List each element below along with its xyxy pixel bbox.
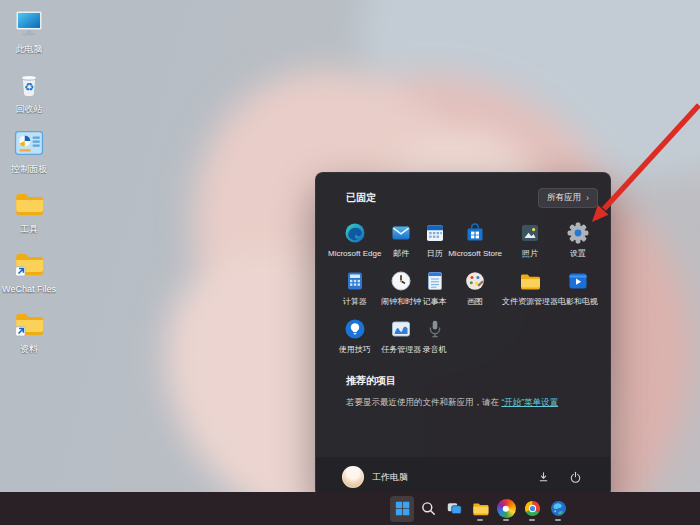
pinned-app-label: 电影和电视 [558, 297, 598, 306]
svg-text:♻: ♻ [24, 80, 34, 94]
recorder-icon [422, 316, 448, 342]
pinned-app-记事本[interactable]: 记事本 [421, 266, 448, 312]
start-menu-header: 已固定 所有应用 › [346, 188, 598, 208]
recycle-bin-icon: ♻ [12, 66, 46, 104]
desktop-icon-回收站[interactable]: ♻回收站 [2, 66, 56, 126]
running-indicator [503, 519, 509, 521]
user-avatar [342, 466, 364, 488]
taskbar-start-button[interactable] [390, 496, 414, 522]
recommended-text-body: 若要显示最近使用的文件和新应用，请在 [346, 397, 501, 407]
desktop: 此电脑♻回收站控制面板工具WeChat Files资料 已固定 所有应用 › M… [0, 0, 700, 525]
pinned-app-邮件[interactable]: 邮件 [381, 218, 421, 264]
taskmgr-icon [388, 316, 414, 342]
paint-icon [462, 268, 488, 294]
recommended-section: 推荐的项目 若要显示最近使用的文件和新应用，请在 “开始”菜单设置 [346, 374, 598, 409]
color-wheel-glyph [497, 499, 516, 518]
pinned-app-Microsoft Store[interactable]: Microsoft Store [448, 218, 502, 264]
update-download-button[interactable] [534, 468, 552, 486]
pinned-app-设置[interactable]: 设置 [558, 218, 598, 264]
pinned-app-label: 任务管理器 [381, 345, 421, 354]
running-indicator [477, 519, 483, 521]
pinned-app-使用技巧[interactable]: 使用技巧 [328, 314, 381, 360]
win-start-icon [393, 499, 412, 518]
mail-icon [388, 220, 414, 246]
pinned-app-label: 使用技巧 [339, 345, 371, 354]
desktop-icon-控制面板[interactable]: 控制面板 [2, 126, 56, 186]
taskbar-search-button[interactable] [416, 496, 440, 522]
pinned-app-label: 记事本 [423, 297, 447, 306]
pinned-app-照片[interactable]: 照片 [502, 218, 558, 264]
running-indicator [529, 519, 535, 521]
pinned-app-label: Microsoft Edge [328, 249, 381, 258]
movies-icon [565, 268, 591, 294]
pinned-app-Microsoft Edge[interactable]: Microsoft Edge [328, 218, 381, 264]
all-apps-label: 所有应用 [547, 192, 581, 204]
user-account-button[interactable]: 工作电脑 [342, 466, 408, 488]
pinned-apps-grid: Microsoft Edge邮件日历Microsoft Store照片设置计算器… [328, 218, 598, 360]
power-button[interactable] [566, 468, 584, 486]
start-menu: 已固定 所有应用 › Microsoft Edge邮件日历Microsoft S… [315, 172, 611, 498]
pinned-app-label: 录音机 [423, 345, 447, 354]
desktop-icon-label: 工具 [20, 224, 38, 234]
start-settings-link[interactable]: “开始”菜单设置 [501, 397, 558, 407]
explorer-icon [517, 268, 543, 294]
start-menu-user-bar: 工作电脑 [316, 457, 610, 497]
notepad-icon [422, 268, 448, 294]
desktop-icon-资料[interactable]: 资料 [2, 306, 56, 366]
pinned-app-画图[interactable]: 画图 [448, 266, 502, 312]
globe-icon [549, 499, 568, 518]
this-pc-icon [12, 6, 46, 44]
settings-icon [565, 220, 591, 246]
tips-icon [342, 316, 368, 342]
power-icon [568, 470, 583, 485]
pinned-app-label: 画图 [467, 297, 483, 306]
chrome-icon [523, 499, 542, 518]
pinned-app-日历[interactable]: 日历 [421, 218, 448, 264]
recommended-title: 推荐的项目 [346, 374, 598, 388]
desktop-icon-WeChat Files[interactable]: WeChat Files [2, 246, 56, 306]
pinned-app-录音机[interactable]: 录音机 [421, 314, 448, 360]
folder-icon [12, 246, 46, 284]
pinned-app-文件资源管理器[interactable]: 文件资源管理器 [502, 266, 558, 312]
desktop-icon-工具[interactable]: 工具 [2, 186, 56, 246]
desktop-icon-此电脑[interactable]: 此电脑 [2, 6, 56, 66]
search-icon [419, 499, 438, 518]
recommended-text: 若要显示最近使用的文件和新应用，请在 “开始”菜单设置 [346, 397, 598, 409]
folder-icon [471, 499, 490, 518]
folder-icon [12, 186, 46, 224]
photos-icon [517, 220, 543, 246]
desktop-icon-label: WeChat Files [2, 284, 56, 294]
taskbar-color-wheel-app-button[interactable] [494, 496, 518, 522]
pinned-app-闹钟和时钟[interactable]: 闹钟和时钟 [381, 266, 421, 312]
pinned-app-电影和电视[interactable]: 电影和电视 [558, 266, 598, 312]
all-apps-button[interactable]: 所有应用 › [538, 188, 598, 208]
folder-icon [12, 306, 46, 344]
pinned-app-label: 设置 [570, 249, 586, 258]
pinned-app-计算器[interactable]: 计算器 [328, 266, 381, 312]
control-panel-icon [12, 126, 46, 164]
task-view-icon [445, 499, 464, 518]
pinned-app-label: 文件资源管理器 [502, 297, 558, 306]
taskbar-icon-row [390, 492, 570, 525]
pinned-app-label: 照片 [522, 249, 538, 258]
desktop-icon-list: 此电脑♻回收站控制面板工具WeChat Files资料 [2, 6, 56, 366]
desktop-icon-label: 此电脑 [16, 44, 43, 54]
download-icon [536, 470, 551, 485]
desktop-icon-label: 控制面板 [11, 164, 47, 174]
color-wheel-icon [497, 499, 516, 518]
taskbar-browser-globe-button[interactable] [546, 496, 570, 522]
running-indicator [555, 519, 561, 521]
calendar-icon [422, 220, 448, 246]
pinned-app-label: Microsoft Store [448, 249, 502, 258]
pinned-app-label: 闹钟和时钟 [381, 297, 421, 306]
chevron-right-icon: › [586, 193, 589, 203]
taskbar-task-view-button[interactable] [442, 496, 466, 522]
taskbar [0, 492, 700, 525]
calculator-icon [342, 268, 368, 294]
pinned-app-任务管理器[interactable]: 任务管理器 [381, 314, 421, 360]
taskbar-chrome-button[interactable] [520, 496, 544, 522]
store-icon [462, 220, 488, 246]
edge-icon [342, 220, 368, 246]
taskbar-file-explorer-button[interactable] [468, 496, 492, 522]
pinned-app-label: 日历 [427, 249, 443, 258]
